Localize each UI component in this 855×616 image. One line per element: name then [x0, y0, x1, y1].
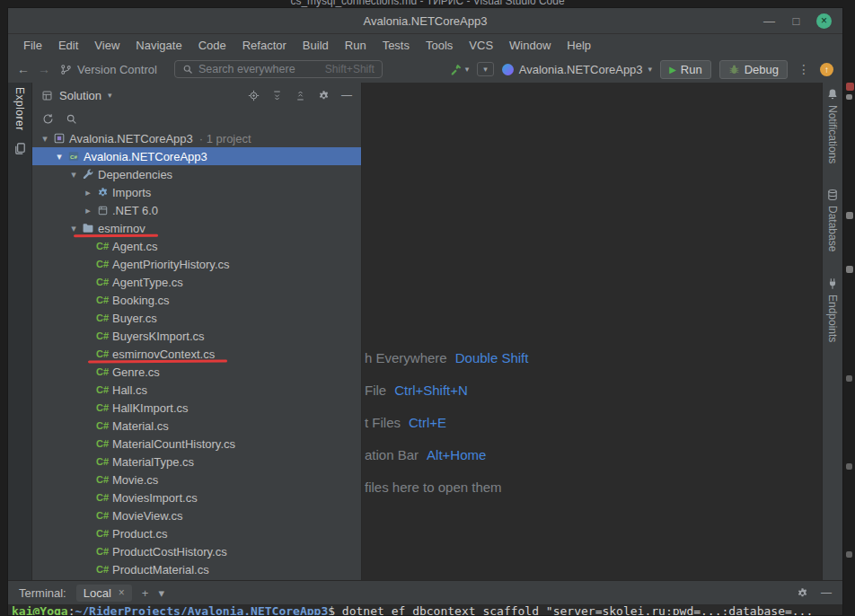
update-notification-badge[interactable]: ↑ [820, 63, 833, 76]
back-icon[interactable]: ← [17, 62, 30, 76]
hint-shortcut: Ctrl+E [409, 415, 446, 430]
menu-refactor[interactable]: Refactor [234, 37, 295, 54]
menu-tests[interactable]: Tests [375, 37, 418, 54]
chevron-expanded-icon[interactable]: ▾ [52, 151, 66, 163]
explorer-tool-tab[interactable]: Explorer [13, 87, 26, 131]
tree-row[interactable]: C#Material.cs [32, 417, 361, 435]
folder-icon [81, 221, 95, 235]
tree-row[interactable]: ▾Dependencies [32, 165, 361, 183]
menu-file[interactable]: File [15, 37, 50, 54]
tree-row[interactable]: ▾C#Avalonia.NETCoreApp3 [32, 147, 361, 165]
solution-panel-toolbar [32, 108, 361, 129]
chevron-down-icon[interactable]: ▾ [108, 91, 112, 100]
menu-code[interactable]: Code [190, 37, 234, 54]
tree-row[interactable]: C#ProductMaterial.cs [32, 560, 361, 578]
find-icon[interactable] [66, 113, 77, 125]
version-control-widget[interactable]: Version Control [60, 63, 157, 76]
tree-row[interactable]: C#Genre.cs [32, 363, 361, 381]
menu-edit[interactable]: Edit [50, 37, 86, 54]
configurations-dropdown[interactable]: ▾ [477, 62, 494, 76]
editor-hint: files here to open them [365, 478, 528, 496]
tree-row[interactable]: C#Agent.cs [32, 237, 361, 255]
chevron-expanded-icon[interactable]: ▾ [38, 133, 52, 145]
tree-row[interactable]: C#ProductCostHistory.cs [32, 542, 361, 560]
hide-terminal-icon[interactable]: — [821, 586, 832, 599]
terminal-tab-local[interactable]: Local × [76, 585, 132, 602]
menu-build[interactable]: Build [295, 37, 337, 54]
tree-row[interactable]: C#AgentType.cs [32, 273, 361, 291]
maximize-button[interactable]: □ [789, 14, 803, 28]
tool-tab-label: Database [826, 206, 839, 251]
editor-hint: t FilesCtrl+E [365, 413, 528, 431]
chevron-down-icon[interactable]: ▾ [158, 586, 164, 600]
csharp-file-icon: C# [95, 383, 110, 397]
tree-row[interactable]: C#Booking.cs [32, 291, 361, 309]
hide-panel-icon[interactable]: — [341, 89, 352, 101]
run-button[interactable]: ▶ Run [660, 60, 711, 79]
solution-view-selector[interactable]: Solution [59, 89, 101, 102]
menu-view[interactable]: View [86, 37, 128, 54]
new-terminal-icon[interactable]: + [142, 586, 149, 600]
tree-row[interactable]: C#Movie.cs [32, 471, 361, 488]
more-actions-icon[interactable]: ⋮ [796, 62, 812, 76]
search-everywhere-box[interactable]: Search everywhere Shift+Shift [174, 60, 383, 78]
node-content: C#MaterialCountHistory.cs [95, 436, 235, 451]
node-content: esmirnov [81, 221, 145, 235]
node-label: MovieView.cs [112, 509, 183, 523]
tree-row[interactable]: C#MoviesImport.cs [32, 488, 361, 506]
build-button[interactable]: ▾ [450, 63, 470, 75]
tree-row[interactable]: ▸Imports [32, 183, 361, 201]
search-icon [182, 64, 193, 75]
menu-help[interactable]: Help [559, 37, 599, 54]
menu-navigate[interactable]: Navigate [128, 37, 190, 54]
debug-button[interactable]: Debug [719, 60, 788, 79]
close-button[interactable]: × [816, 13, 832, 29]
chevron-expanded-icon[interactable]: ▾ [66, 223, 81, 234]
tree-row[interactable]: C#BuyersKImport.cs [32, 327, 361, 345]
forward-icon[interactable]: → [38, 62, 50, 76]
collapse-all-icon[interactable] [295, 90, 306, 101]
chevron-collapsed-icon[interactable]: ▸ [81, 205, 95, 216]
menu-run[interactable]: Run [337, 37, 375, 54]
sync-icon[interactable] [42, 113, 54, 125]
tree-row[interactable]: C#HallKImport.cs [32, 399, 361, 417]
tree-row[interactable]: C#AgentPriorityHistory.cs [32, 255, 361, 273]
chevron-expanded-icon[interactable]: ▾ [66, 169, 81, 180]
tree-row[interactable]: C#Hall.cs [32, 381, 361, 399]
tool-tab-notifications[interactable]: Notifications [826, 88, 839, 163]
locate-file-icon[interactable] [248, 90, 260, 101]
menu-tools[interactable]: Tools [418, 37, 461, 54]
run-configuration-selector[interactable]: Avalonia.NETCoreApp3 ▾ [502, 63, 652, 76]
node-label: BuyersKImport.cs [112, 330, 205, 343]
menu-vcs[interactable]: VCS [461, 37, 501, 54]
chevron-collapsed-icon[interactable]: ▸ [81, 187, 95, 198]
tree-row[interactable]: C#Product.cs [32, 524, 361, 542]
hint-shortcut: Alt+Home [427, 447, 486, 462]
chevron-down-icon[interactable]: ▾ [465, 65, 470, 74]
terminal-settings-gear-icon[interactable] [797, 587, 808, 599]
files-icon[interactable] [13, 142, 27, 155]
tree-row[interactable]: C#MovieView.cs [32, 506, 361, 524]
terminal-prompt-path: ~/RiderProjects/Avalonia.NETCoreApp3 [75, 604, 328, 615]
tree-row[interactable]: ▾Avalonia.NETCoreApp3· 1 project [32, 129, 361, 147]
expand-all-icon[interactable] [271, 90, 283, 101]
settings-gear-icon[interactable] [318, 90, 330, 101]
tree-row[interactable]: ▾esmirnov [32, 219, 361, 237]
node-label: Product.cs [112, 527, 167, 541]
tree-row[interactable]: C#esmirnovContext.cs [32, 345, 361, 363]
csharp-file-icon: C# [95, 400, 110, 415]
title-bar[interactable]: Avalonia.NETCoreApp3 — □ × [8, 8, 842, 34]
tree-row[interactable]: C#MaterialType.cs [32, 453, 361, 471]
tree-row[interactable]: C#Buyer.cs [32, 309, 361, 327]
close-tab-icon[interactable]: × [119, 586, 125, 599]
tool-tab-endpoints[interactable]: Endpoints [826, 277, 839, 342]
avalonia-icon [502, 64, 514, 75]
tool-tab-database[interactable]: Database [826, 189, 839, 251]
tree-row[interactable]: C#MaterialCountHistory.cs [32, 435, 361, 453]
minimize-button[interactable]: — [762, 14, 776, 28]
terminal-output[interactable]: kai@Yoga:~/RiderProjects/Avalonia.NETCor… [8, 604, 842, 615]
tree-row[interactable]: ▸.NET 6.0 [32, 201, 361, 219]
node-content: C#MaterialType.cs [95, 454, 194, 469]
menu-window[interactable]: Window [501, 37, 559, 54]
node-suffix: · 1 project [199, 132, 251, 145]
